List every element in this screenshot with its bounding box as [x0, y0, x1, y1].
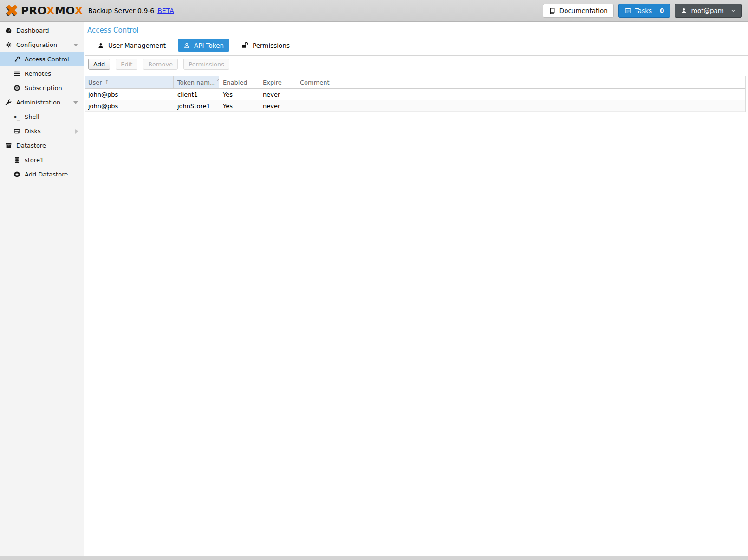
- column-header-token-name[interactable]: Token nam… ↗: [174, 76, 219, 88]
- collapse-arrow-icon[interactable]: [73, 101, 78, 104]
- bottom-edge-strip: [0, 556, 748, 560]
- chevron-down-icon: [730, 8, 736, 13]
- table-header-row: User ↑ Token nam… ↗ Enabled Expire Comme…: [85, 76, 745, 89]
- sidebar-item-add-datastore[interactable]: Add Datastore: [0, 167, 84, 182]
- sidebar-item-subscription[interactable]: Subscription: [0, 81, 84, 95]
- terminal-icon: >_: [13, 114, 20, 120]
- api-token-table: User ↑ Token nam… ↗ Enabled Expire Comme…: [85, 76, 746, 112]
- sidebar-nav: Dashboard Configuration Access Control: [0, 22, 84, 556]
- collapse-arrow-icon[interactable]: [73, 44, 78, 46]
- cell-user: john@pbs: [85, 103, 174, 110]
- hard-drive-icon: [13, 128, 20, 135]
- key-icon: [13, 56, 20, 63]
- book-icon: [549, 7, 556, 14]
- sidebar-item-remotes[interactable]: Remotes: [0, 66, 84, 81]
- user-menu-button[interactable]: root@pam: [675, 4, 742, 18]
- sidebar-item-store1[interactable]: store1: [0, 153, 84, 167]
- column-header-user[interactable]: User ↑: [85, 76, 174, 88]
- page-title: Access Control: [85, 22, 748, 34]
- remove-button[interactable]: Remove: [143, 59, 178, 70]
- database-icon: [13, 156, 20, 163]
- main-content: Access Control User Management API To: [85, 22, 748, 556]
- user-icon: [681, 7, 687, 14]
- user-solid-icon: [98, 42, 104, 49]
- wrench-icon: [5, 99, 12, 106]
- documentation-button[interactable]: Documentation: [543, 4, 614, 18]
- sidebar-item-shell[interactable]: >_ Shell: [0, 110, 84, 124]
- sidebar-item-administration[interactable]: Administration: [0, 95, 84, 110]
- sidebar-item-disks[interactable]: Disks: [0, 124, 84, 138]
- proxmox-logo: PROXMOX: [4, 3, 83, 18]
- user-outline-icon: [183, 42, 190, 49]
- add-button[interactable]: Add: [88, 59, 110, 70]
- cell-enabled: Yes: [219, 103, 259, 110]
- cell-token-name: johnStore1: [174, 103, 219, 110]
- table-row[interactable]: john@pbs johnStore1 Yes never: [85, 100, 745, 112]
- sidebar-item-configuration[interactable]: Configuration: [0, 38, 84, 52]
- archive-box-icon: [5, 142, 12, 149]
- unlock-icon: [241, 42, 248, 49]
- sort-ascending-icon: ↑: [104, 79, 109, 85]
- titlebar-actions: Documentation Tasks 0 root@: [543, 4, 742, 18]
- edit-button[interactable]: Edit: [116, 59, 137, 70]
- cell-expire: never: [259, 91, 296, 98]
- column-header-enabled[interactable]: Enabled: [219, 76, 259, 88]
- column-header-expire[interactable]: Expire: [259, 76, 296, 88]
- server-list-icon: [13, 70, 20, 77]
- proxmox-backup-server-app: PROXMOX Backup Server 0.9-6 BETA Documen…: [0, 0, 748, 560]
- tasks-count-badge: 0: [660, 7, 664, 14]
- proxmox-wordmark: PROXMOX: [21, 5, 83, 17]
- table-row[interactable]: john@pbs client1 Yes never: [85, 89, 745, 100]
- dashboard-gauge-icon: [5, 27, 12, 34]
- sidebar-item-dashboard[interactable]: Dashboard: [0, 23, 84, 38]
- cell-enabled: Yes: [219, 91, 259, 98]
- beta-link[interactable]: BETA: [157, 7, 174, 14]
- sidebar-item-access-control[interactable]: Access Control: [0, 52, 84, 66]
- tab-api-token[interactable]: API Token: [178, 39, 229, 52]
- titlebar: PROXMOX Backup Server 0.9-6 BETA Documen…: [0, 0, 748, 22]
- permissions-button[interactable]: Permissions: [183, 59, 229, 70]
- gears-icon: [5, 41, 12, 48]
- life-ring-icon: [13, 85, 20, 91]
- product-version-label: Backup Server 0.9-6: [88, 7, 154, 14]
- cell-expire: never: [259, 103, 296, 110]
- cell-user: john@pbs: [85, 91, 174, 98]
- column-header-comment[interactable]: Comment: [296, 76, 745, 88]
- tab-permissions[interactable]: Permissions: [236, 39, 295, 52]
- proxmox-x-icon: [4, 3, 20, 18]
- plus-circle-icon: [13, 171, 20, 178]
- expand-arrow-icon[interactable]: [75, 129, 78, 134]
- grid-toolbar: Add Edit Remove Permissions: [85, 55, 748, 72]
- tasks-button[interactable]: Tasks 0: [618, 4, 670, 18]
- task-list-icon: [624, 7, 631, 14]
- sidebar-item-datastore[interactable]: Datastore: [0, 138, 84, 153]
- tab-bar: User Management API Token: [92, 39, 748, 52]
- cell-token-name: client1: [174, 91, 219, 98]
- tab-user-management[interactable]: User Management: [92, 39, 171, 52]
